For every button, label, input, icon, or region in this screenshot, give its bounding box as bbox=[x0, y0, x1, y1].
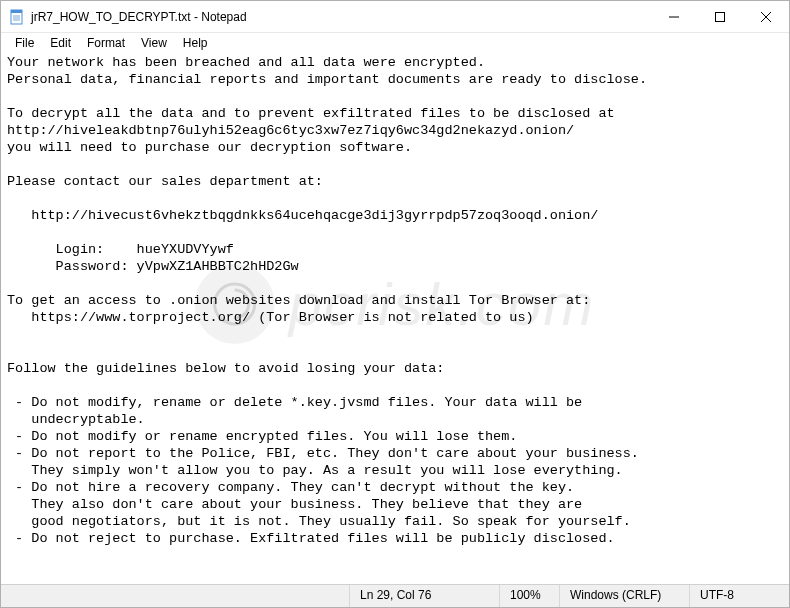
status-zoom: 100% bbox=[499, 585, 559, 607]
menu-help[interactable]: Help bbox=[175, 34, 216, 52]
menu-view[interactable]: View bbox=[133, 34, 175, 52]
svg-rect-1 bbox=[11, 10, 22, 13]
status-encoding: UTF-8 bbox=[689, 585, 789, 607]
window-title: jrR7_HOW_TO_DECRYPT.txt - Notepad bbox=[31, 10, 651, 24]
menu-file[interactable]: File bbox=[7, 34, 42, 52]
notepad-icon bbox=[9, 9, 25, 25]
statusbar: Ln 29, Col 76 100% Windows (CRLF) UTF-8 bbox=[1, 584, 789, 607]
svg-rect-6 bbox=[716, 13, 725, 22]
maximize-button[interactable] bbox=[697, 1, 743, 33]
status-position: Ln 29, Col 76 bbox=[349, 585, 499, 607]
status-line-ending: Windows (CRLF) bbox=[559, 585, 689, 607]
menu-format[interactable]: Format bbox=[79, 34, 133, 52]
menu-edit[interactable]: Edit bbox=[42, 34, 79, 52]
text-area[interactable]: Your network has been breached and all d… bbox=[1, 53, 789, 584]
status-spacer bbox=[1, 585, 349, 607]
close-button[interactable] bbox=[743, 1, 789, 33]
titlebar: jrR7_HOW_TO_DECRYPT.txt - Notepad bbox=[1, 1, 789, 33]
minimize-button[interactable] bbox=[651, 1, 697, 33]
notepad-window: jrR7_HOW_TO_DECRYPT.txt - Notepad File E… bbox=[0, 0, 790, 608]
menubar: File Edit Format View Help bbox=[1, 33, 789, 53]
window-controls bbox=[651, 1, 789, 32]
